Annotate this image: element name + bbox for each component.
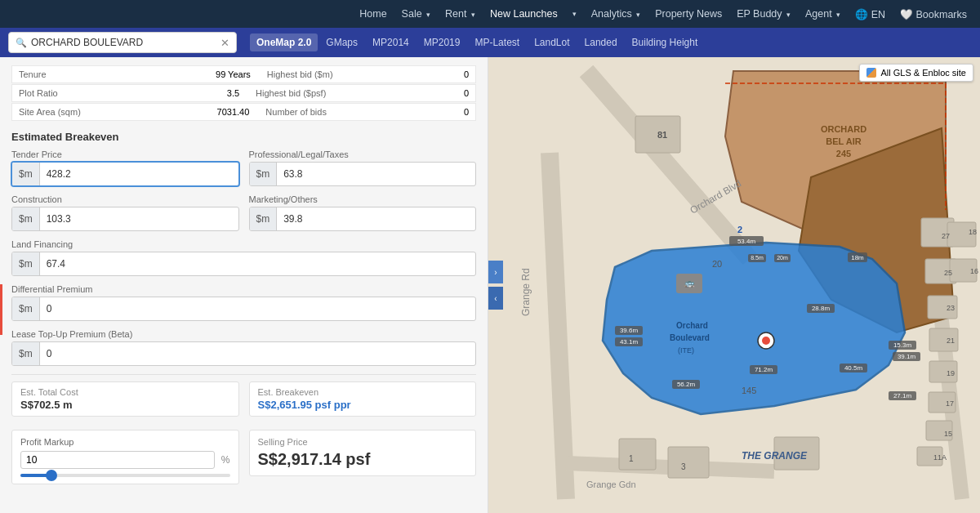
form-row-construction: Construction $m Marketing/Others $m: [11, 194, 476, 239]
nav-sale[interactable]: Sale ▾: [402, 8, 431, 20]
bel-air-num: 245: [836, 149, 851, 158]
construction-group: Construction $m: [11, 194, 239, 231]
professional-group: Professional/Legal/Taxes $m: [249, 149, 477, 186]
profit-markup-input[interactable]: [20, 451, 215, 469]
top-nav: Home Sale ▾ Rent ▾ New Launches▾ Analyti…: [0, 0, 980, 28]
tab-mp-latest[interactable]: MP-Latest: [468, 33, 526, 51]
nav-analytics[interactable]: Analytics ▾: [591, 8, 641, 20]
breakeven-label: Est. Breakeven: [258, 387, 468, 397]
profit-markup-label: Profit Markup: [20, 437, 230, 447]
slider-thumb[interactable]: [46, 470, 57, 481]
differential-label: Differential Premium: [11, 284, 476, 294]
location-pin-inner: [762, 337, 770, 345]
tab-landed[interactable]: Landed: [578, 33, 624, 51]
the-grange-label: THE GRANGE: [742, 450, 808, 462]
dim-43m-label: 43.1m: [620, 338, 639, 346]
tab-mp2019[interactable]: MP2019: [417, 33, 467, 51]
num-2-text: 2: [737, 225, 742, 234]
professional-input-wrapper[interactable]: $m: [249, 162, 477, 186]
total-cost-item: Est. Total Cost S$702.5 m: [11, 381, 239, 417]
ite-text: (ITE): [678, 346, 694, 355]
professional-prefix: $m: [250, 163, 278, 185]
map-nav-left-arrow[interactable]: ‹: [488, 287, 503, 310]
grange-rd-label: Grange Rd: [520, 268, 532, 316]
tab-mp2014[interactable]: MP2014: [366, 33, 416, 51]
tender-price-input-wrapper[interactable]: $m: [11, 162, 239, 186]
tab-onemap[interactable]: OneMap 2.0: [250, 33, 318, 51]
marketing-prefix: $m: [250, 207, 278, 230]
map-overlay-text: All GLS & Enbloc site: [880, 68, 966, 78]
lease-group: Lease Top-Up Premium (Beta) $m: [11, 329, 476, 366]
differential-prefix: $m: [12, 297, 40, 320]
tab-landlot[interactable]: LandLot: [528, 33, 576, 51]
marketing-input[interactable]: [277, 213, 475, 225]
dim-53m-label: 53.4m: [737, 238, 756, 245]
search-icon: 🔍: [16, 38, 27, 48]
num-18-text: 18: [969, 228, 977, 236]
grange-gdn-label: Grange Gdn: [586, 480, 636, 489]
num-25-text: 25: [944, 269, 952, 277]
land-financing-input-wrapper[interactable]: $m: [11, 252, 476, 276]
orchard-bel-air-label2: BEL AIR: [826, 136, 861, 146]
marketing-input-wrapper[interactable]: $m: [249, 207, 477, 231]
construction-label: Construction: [11, 194, 239, 204]
nav-home[interactable]: Home: [359, 8, 386, 20]
dim-28m-label: 28.8m: [812, 305, 831, 312]
search-clear-icon[interactable]: ✕: [220, 37, 229, 49]
lease-input-wrapper[interactable]: $m: [11, 341, 476, 366]
map-tabs: OneMap 2.0 GMaps MP2014 MP2019 MP-Latest…: [250, 33, 972, 51]
professional-label: Professional/Legal/Taxes: [249, 149, 477, 159]
selling-price-box: Selling Price S$2,917.14 psf: [249, 430, 477, 476]
professional-input[interactable]: [277, 168, 475, 180]
construction-input[interactable]: [40, 213, 238, 225]
map-overlay-gls: All GLS & Enbloc site: [859, 64, 973, 82]
land-financing-input[interactable]: [40, 258, 475, 270]
dim-18m-label: 18m: [851, 254, 864, 261]
profit-input-row: %: [20, 451, 230, 469]
building-1: [619, 439, 656, 470]
tender-price-label: Tender Price: [11, 149, 239, 159]
num-21-text: 21: [947, 337, 955, 345]
dim-56m-label: 56.2m: [677, 381, 696, 388]
tab-building-height[interactable]: Building Height: [626, 33, 705, 51]
num-81-text: 81: [657, 130, 667, 140]
profit-markup-box: Profit Markup %: [11, 430, 239, 484]
num-27-text: 27: [942, 232, 950, 240]
nav-property-news[interactable]: Property News: [655, 8, 722, 20]
num-11a-text: 11A: [933, 453, 947, 462]
nav-bookmarks[interactable]: 🤍 Bookmarks: [900, 8, 967, 20]
orchard-bel-air-label: ORCHARD: [821, 124, 866, 134]
differential-input[interactable]: [40, 303, 475, 314]
map-container[interactable]: 53.4m 18m 39.6m 43.1m 28.8m 71.2m 56.2m …: [488, 57, 980, 513]
dim-40m-label: 40.5m: [844, 364, 863, 372]
highest-bid-m-label: Highest bid ($m): [267, 69, 464, 79]
profit-slider[interactable]: [20, 474, 230, 477]
search-box[interactable]: 🔍 ✕: [8, 32, 237, 53]
construction-input-wrapper[interactable]: $m: [11, 207, 239, 231]
nav-new-launches[interactable]: New Launches: [490, 8, 558, 20]
site-area-value: 7031.40: [217, 107, 250, 117]
plot-ratio-label: Plot Ratio: [19, 88, 227, 98]
land-financing-label: Land Financing: [11, 239, 476, 249]
lease-input[interactable]: [40, 348, 475, 359]
search-input[interactable]: [31, 37, 211, 48]
map-nav-right-arrow[interactable]: ›: [488, 261, 503, 283]
nav-ep-buddy[interactable]: EP Buddy ▾: [737, 8, 791, 20]
gls-dot-icon: [866, 68, 876, 78]
differential-group: Differential Premium $m: [11, 284, 476, 321]
tender-price-input[interactable]: [40, 168, 238, 180]
dim-39m-label: 39.6m: [620, 327, 639, 334]
num-20-text: 20: [712, 259, 722, 269]
tender-price-prefix: $m: [12, 163, 40, 185]
breakeven-value: S$2,651.95 psf ppr: [258, 399, 468, 411]
selling-price-label: Selling Price: [258, 437, 468, 447]
differential-input-wrapper[interactable]: $m: [11, 297, 476, 321]
map-nav-arrows: › ‹: [488, 261, 503, 310]
nav-language[interactable]: 🌐 EN: [855, 8, 885, 20]
tab-gmaps[interactable]: GMaps: [319, 33, 364, 51]
nav-agent[interactable]: Agent ▾: [805, 8, 840, 20]
summary-bar: Est. Total Cost S$702.5 m Est. Breakeven…: [11, 374, 476, 423]
construction-prefix: $m: [12, 207, 40, 230]
dim-39b-label: 39.1m: [898, 353, 916, 360]
nav-rent[interactable]: Rent ▾: [445, 8, 475, 20]
